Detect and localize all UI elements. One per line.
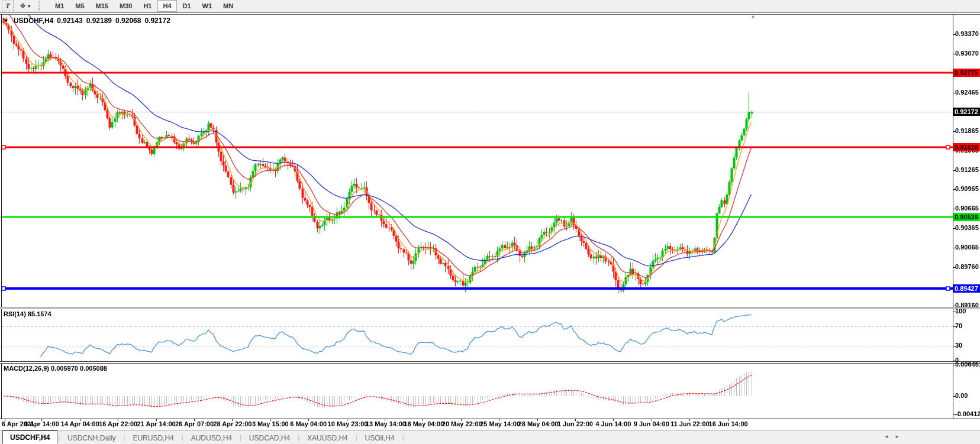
tab-audusd-h4[interactable]: AUDUSD,H4 [184, 432, 239, 444]
time-tick-label: 18 May 04:00 [404, 420, 441, 427]
tab-separator: | [240, 434, 241, 441]
time-tick-label: 11 Jun 22:00 [670, 420, 708, 427]
price-tick-label: 0.93070 [955, 50, 980, 57]
chart-tabs: USDCHF,H4|USDCNH,Daily|EURUSD,H4|AUDUSD,… [0, 430, 980, 444]
price-tick-label: 0.92465 [955, 89, 980, 96]
rsi-indicator-label: RSI(14) 85.1574 [4, 310, 51, 317]
time-tick-label: 28 May 04:00 [518, 420, 556, 427]
mt4-window: T ❖ ▾ M1M5M15M30H1H4D1W1MN ▼ USDCHF,H4 0… [0, 0, 980, 444]
ohlc-low: 0.92068 [115, 17, 141, 25]
price-tick-label: 0.90965 [955, 185, 980, 193]
tab-scroll-right-icon[interactable]: ► [895, 434, 900, 439]
time-tick-label: 20 May 22:00 [442, 420, 480, 427]
time-tick-label: 26 Apr 07:00 [175, 420, 213, 427]
price-badge: 0.89427 [953, 284, 980, 293]
time-tick-label: 4 Jun 14:00 [594, 420, 632, 427]
main-rsi-splitter[interactable] [0, 307, 980, 309]
time-tick-label: 13 May 14:00 [366, 420, 404, 427]
time-tick-label: 21 Apr 14:00 [137, 420, 175, 427]
price-tick-label: 0.90665 [955, 205, 980, 212]
macd-tick-label: -0.004129 [955, 410, 980, 418]
tab-usdcnh-daily[interactable]: USDCNH,Daily [60, 432, 122, 444]
time-tick-label: 16 Apr 22:00 [99, 420, 137, 427]
macd-tick-label: 0.006451 [955, 361, 980, 368]
price-chart-canvas[interactable] [0, 0, 980, 444]
rsi-tick-label: 70 [955, 322, 980, 330]
price-badge: 0.92775 [953, 69, 980, 77]
tab-separator: | [402, 434, 404, 441]
time-tick-label: 9 Apr 14:00 [22, 420, 60, 427]
time-tick-label: 10 May 23:00 [328, 420, 366, 427]
tab-eurusd-h4[interactable]: EURUSD,H4 [125, 432, 180, 444]
chart-shift-marker-icon[interactable]: ▼ [750, 14, 756, 20]
price-badge: 0.91618 [953, 143, 980, 151]
rsi-tick-label: 30 [955, 342, 980, 349]
tab-separator: | [356, 434, 357, 441]
symbol-timeframe: USDCHF,H4 [14, 17, 53, 25]
time-tick-label: 25 May 14:00 [480, 420, 518, 427]
time-tick-label: 28 Apr 22:00 [213, 420, 251, 427]
ohlc-open: 0.92143 [57, 17, 82, 25]
tab-separator: | [58, 434, 60, 441]
time-tick-label: 6 May 04:00 [289, 420, 327, 427]
macd-indicator-label: MACD(12,26,9) 0.005970 0.005088 [4, 365, 107, 372]
tab-separator: | [182, 434, 183, 441]
chart-top-border [0, 14, 980, 15]
rsi-tick-label: 100 [955, 307, 980, 315]
price-tick-label: 0.90065 [955, 244, 980, 251]
rsi-macd-splitter[interactable] [0, 361, 980, 364]
tab-scroll-left-icon[interactable]: ◄ [884, 434, 889, 439]
tab-xauusd-h4[interactable]: XAUUSD,H4 [300, 432, 355, 444]
price-tick-label: 0.89760 [955, 263, 980, 271]
time-tick-label: 1 Jun 22:00 [556, 420, 594, 427]
price-tick-label: 0.91265 [955, 166, 980, 174]
time-axis-line [0, 419, 980, 419]
tab-usdchf-h4[interactable]: USDCHF,H4 [2, 430, 57, 444]
price-tick-label: 0.91865 [955, 127, 980, 135]
chart-left-border [1, 14, 2, 419]
tab-usdcad-h4[interactable]: USDCAD,H4 [242, 432, 297, 444]
ohlc-high: 0.92189 [86, 17, 112, 25]
tab-usoil-h4[interactable]: USOil,H4 [358, 432, 402, 444]
time-tick-label: 3 May 15:00 [252, 420, 289, 427]
dropdown-triangle-icon[interactable]: ▼ [4, 18, 9, 24]
tab-separator: | [124, 434, 125, 441]
macd-tick-label: 0.00 [955, 392, 980, 400]
price-tick-label: 0.93370 [955, 30, 980, 38]
time-tick-label: 14 Apr 04:00 [61, 420, 99, 427]
ohlc-close: 0.92172 [144, 17, 170, 25]
chart-title: ▼ USDCHF,H4 0.92143 0.92189 0.92068 0.92… [4, 17, 170, 25]
price-tick-label: 0.90365 [955, 224, 980, 232]
time-tick-label: 16 Jun 14:00 [709, 420, 747, 427]
price-badge: 0.92172 [953, 108, 980, 116]
tab-separator: | [298, 434, 299, 441]
time-tick-label: 9 Jun 04:00 [633, 420, 670, 427]
price-badge: 0.90539 [953, 213, 980, 221]
